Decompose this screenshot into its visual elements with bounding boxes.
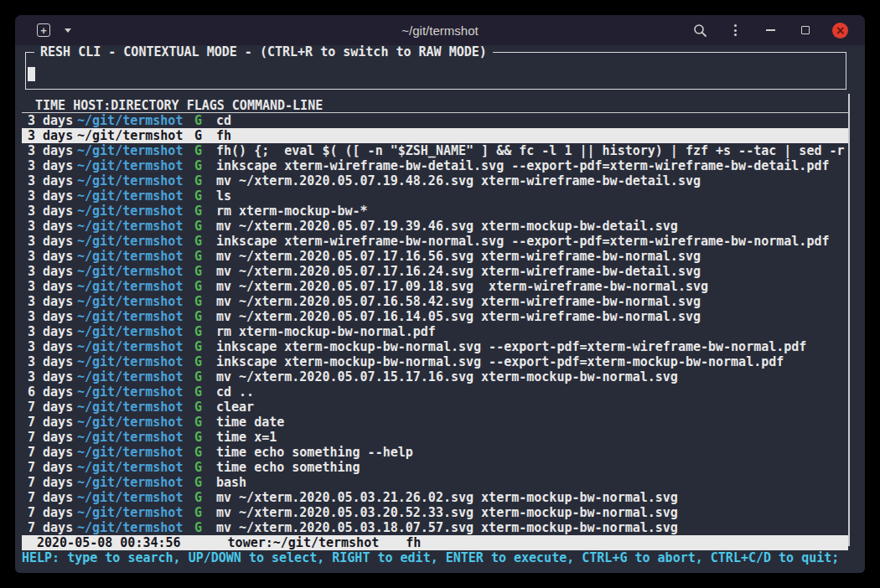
history-row[interactable]: 3 days ~/git/termshot G ls [22, 188, 848, 204]
row-flag: G [194, 490, 216, 505]
row-time: 7 days [28, 445, 77, 460]
row-flag: G [194, 384, 216, 400]
history-row[interactable]: 3 days ~/git/termshot G fh [22, 128, 848, 143]
chevron-down-icon [65, 28, 71, 33]
titlebar[interactable]: + ~/git/termshot [15, 15, 865, 45]
history-row[interactable]: 3 days ~/git/termshot G rm xterm-mockup-… [22, 324, 848, 339]
history-row[interactable]: 7 days ~/git/termshot G mv ~/xterm.2020.… [22, 505, 848, 520]
row-cmd: mv ~/xterm.2020.05.07.19.39.46.svg xterm… [216, 219, 848, 234]
row-host: ~/git/termshot [77, 460, 194, 475]
row-flag: G [194, 400, 216, 415]
history-row[interactable]: 7 days ~/git/termshot G time echo someth… [22, 460, 848, 475]
status-host-dir: tower:~/git/termshot [228, 535, 380, 550]
status-bar: 2020-05-08 00:34:56 tower:~/git/termshot… [22, 535, 848, 550]
history-list: 3 days ~/git/termshot G cd 3 days ~/git/… [22, 113, 848, 535]
history-row[interactable]: 3 days ~/git/termshot G mv ~/xterm.2020.… [22, 264, 848, 279]
history-row[interactable]: 3 days ~/git/termshot G mv ~/xterm.2020.… [22, 173, 848, 188]
row-cmd: mv ~/xterm.2020.05.07.15.17.16.svg xterm… [216, 369, 848, 384]
text-cursor [28, 67, 35, 81]
row-flag: G [194, 354, 216, 369]
history-row[interactable]: 3 days ~/git/termshot G mv ~/xterm.2020.… [22, 309, 848, 324]
row-cmd: inkscape xterm-wireframe-bw-detail.svg -… [216, 158, 848, 173]
history-row[interactable]: 3 days ~/git/termshot G mv ~/xterm.2020.… [22, 369, 848, 384]
row-flag: G [194, 475, 216, 490]
search-button[interactable] [691, 20, 708, 40]
history-row[interactable]: 3 days ~/git/termshot G inkscape xterm-w… [22, 234, 848, 249]
tab-list-dropdown-button[interactable] [60, 20, 76, 40]
row-time: 3 days [28, 234, 77, 249]
search-input[interactable]: RESH CLI - CONTEXTUAL MODE - (CTRL+R to … [25, 52, 846, 90]
row-host: ~/git/termshot [77, 294, 194, 309]
close-button[interactable]: × [832, 23, 848, 39]
row-host: ~/git/termshot [77, 143, 194, 158]
row-time: 7 days [28, 520, 77, 535]
row-host: ~/git/termshot [77, 369, 194, 384]
history-row[interactable]: 6 days ~/git/termshot G cd .. [22, 384, 848, 400]
history-row[interactable]: 3 days ~/git/termshot G fh() {; eval $( … [22, 143, 848, 158]
row-cmd: ls [216, 188, 848, 204]
help-line: HELP: type to search, UP/DOWN to select,… [22, 550, 848, 565]
row-time: 7 days [28, 460, 77, 475]
row-cmd: bash [216, 475, 848, 490]
history-row[interactable]: 7 days ~/git/termshot G clear [22, 400, 848, 415]
history-row[interactable]: 7 days ~/git/termshot G time x=1 [22, 430, 848, 445]
row-cmd: inkscape xterm-mockup-bw-normal.svg --ex… [216, 354, 848, 369]
row-flag: G [194, 324, 216, 339]
history-row[interactable]: 3 days ~/git/termshot G rm xterm-mockup-… [22, 204, 848, 219]
history-row[interactable]: 3 days ~/git/termshot G mv ~/xterm.2020.… [22, 219, 848, 234]
row-host: ~/git/termshot [77, 113, 194, 128]
history-row[interactable]: 7 days ~/git/termshot G bash [22, 475, 848, 490]
row-flag: G [194, 445, 216, 460]
row-flag: G [194, 520, 216, 535]
row-host: ~/git/termshot [77, 400, 194, 415]
terminal-content[interactable]: RESH CLI - CONTEXTUAL MODE - (CTRL+R to … [15, 45, 865, 573]
row-time: 3 days [28, 294, 77, 309]
history-row[interactable]: 7 days ~/git/termshot G time echo someth… [22, 445, 848, 460]
row-cmd: inkscape xterm-wireframe-bw-normal.svg -… [216, 234, 848, 249]
row-host: ~/git/termshot [77, 520, 194, 535]
history-row[interactable]: 3 days ~/git/termshot G inkscape xterm-w… [22, 158, 848, 173]
row-host: ~/git/termshot [77, 475, 194, 490]
row-time: 7 days [28, 430, 77, 445]
row-time: 3 days [28, 249, 77, 264]
row-host: ~/git/termshot [77, 490, 194, 505]
restore-button[interactable] [797, 20, 814, 40]
restore-window-icon [801, 26, 810, 34]
row-cmd: cd .. [216, 384, 848, 400]
row-host: ~/git/termshot [77, 264, 194, 279]
minimize-button[interactable] [762, 20, 779, 40]
row-cmd: clear [216, 400, 848, 415]
row-flag: G [194, 234, 216, 249]
row-time: 3 days [28, 113, 77, 128]
row-host: ~/git/termshot [77, 324, 194, 339]
row-time: 3 days [28, 369, 77, 384]
history-row[interactable]: 3 days ~/git/termshot G mv ~/xterm.2020.… [22, 249, 848, 264]
row-flag: G [194, 158, 216, 173]
menu-button[interactable] [727, 20, 743, 40]
row-cmd: fh [216, 128, 848, 143]
row-host: ~/git/termshot [77, 219, 194, 234]
history-row[interactable]: 7 days ~/git/termshot G mv ~/xterm.2020.… [22, 520, 848, 535]
search-icon [693, 23, 707, 38]
row-time: 3 days [28, 219, 77, 234]
row-host: ~/git/termshot [77, 234, 194, 249]
new-tab-button[interactable]: + [35, 20, 52, 40]
history-row[interactable]: 3 days ~/git/termshot G inkscape xterm-m… [22, 354, 848, 369]
row-time: 3 days [28, 188, 77, 204]
close-icon: × [836, 24, 846, 36]
status-command: fh [406, 535, 421, 550]
row-cmd: mv ~/xterm.2020.05.07.17.09.18.svg xterm… [216, 279, 848, 294]
history-row[interactable]: 3 days ~/git/termshot G mv ~/xterm.2020.… [22, 279, 848, 294]
row-flag: G [194, 173, 216, 188]
row-time: 7 days [28, 400, 77, 415]
row-time: 7 days [28, 490, 77, 505]
row-cmd: mv ~/xterm.2020.05.07.16.58.42.svg xterm… [216, 294, 848, 309]
history-row[interactable]: 7 days ~/git/termshot G time date [22, 415, 848, 430]
history-row[interactable]: 3 days ~/git/termshot G mv ~/xterm.2020.… [22, 294, 848, 309]
row-time: 6 days [28, 384, 77, 400]
scrollbar[interactable] [848, 94, 850, 546]
history-row[interactable]: 3 days ~/git/termshot G cd [22, 113, 848, 128]
row-flag: G [194, 294, 216, 309]
history-row[interactable]: 7 days ~/git/termshot G mv ~/xterm.2020.… [22, 490, 848, 505]
history-row[interactable]: 3 days ~/git/termshot G inkscape xterm-m… [22, 339, 848, 354]
